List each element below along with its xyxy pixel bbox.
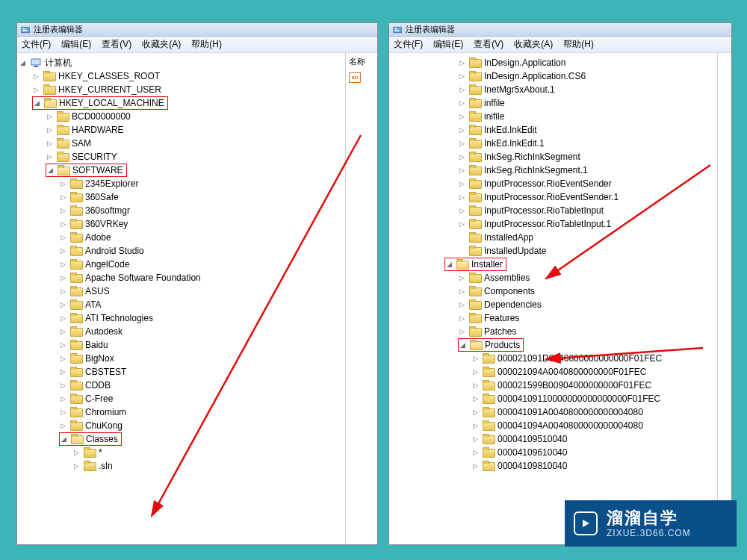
expand-toggle[interactable]: ▷ bbox=[458, 314, 466, 323]
tree-item[interactable]: ▷00004109610040 bbox=[391, 446, 717, 459]
expand-toggle[interactable]: ▷ bbox=[471, 368, 480, 376]
menu-favorites[interactable]: 收藏夹(A) bbox=[142, 38, 181, 51]
expand-toggle[interactable]: ▷ bbox=[458, 180, 466, 188]
expand-toggle[interactable]: ▷ bbox=[32, 72, 40, 81]
expand-toggle[interactable]: ▷ bbox=[471, 449, 480, 457]
tree-item[interactable]: ▷00004109110000000000000000F01FEC bbox=[391, 392, 717, 405]
menu-file[interactable]: 文件(F) bbox=[22, 38, 51, 51]
tree-item[interactable]: ▷360VRKey bbox=[19, 217, 345, 231]
tree-item[interactable]: ▷000041091A0040800000000004080 bbox=[391, 405, 717, 419]
tree-item[interactable]: ▷Apache Software Foundation bbox=[19, 271, 345, 284]
menu-view[interactable]: 查看(V) bbox=[474, 38, 503, 51]
expand-toggle[interactable]: ▷ bbox=[471, 408, 480, 417]
menubar[interactable]: 文件(F) 编辑(E) 查看(V) 收藏夹(A) 帮助(H) bbox=[389, 37, 731, 53]
tree-pane[interactable]: ◢计算机▷HKEY_CLASSES_ROOT▷HKEY_CURRENT_USER… bbox=[17, 53, 346, 544]
expand-toggle[interactable]: ▷ bbox=[458, 153, 466, 161]
expand-toggle[interactable]: ▷ bbox=[59, 382, 67, 390]
expand-toggle[interactable]: ▷ bbox=[59, 180, 67, 188]
tree-item[interactable]: ▷2345Explorer bbox=[19, 177, 345, 190]
tree-item[interactable]: ▷00004109510040 bbox=[391, 432, 717, 446]
tree-item[interactable]: ▷InputProcessor.RioEventSender.1 bbox=[391, 190, 717, 204]
collapse-toggle[interactable]: ◢ bbox=[46, 167, 55, 175]
expand-toggle[interactable]: ▷ bbox=[59, 395, 67, 403]
tree-item[interactable]: ▷000021599B00904000000000F01FEC bbox=[391, 379, 717, 392]
tree-item[interactable]: ▷ASUS bbox=[19, 284, 345, 298]
tree-item[interactable]: ▷00004109810040 bbox=[391, 459, 717, 473]
expand-toggle[interactable]: ▷ bbox=[59, 193, 67, 202]
values-pane[interactable] bbox=[718, 53, 731, 544]
expand-toggle[interactable]: ▷ bbox=[458, 59, 466, 67]
menu-edit[interactable]: 编辑(E) bbox=[61, 38, 91, 51]
tree-item[interactable]: ▷000041094A0040800000000004080 bbox=[391, 419, 717, 432]
expand-toggle[interactable]: ▷ bbox=[458, 113, 466, 121]
tree-item[interactable]: ▷HKEY_CURRENT_USER bbox=[19, 83, 345, 96]
tree-item[interactable]: ◢HKEY_LOCAL_MACHINE bbox=[19, 96, 345, 110]
tree-item[interactable]: InstalledApp bbox=[391, 231, 717, 244]
expand-toggle[interactable]: ▷ bbox=[458, 193, 466, 202]
expand-toggle[interactable]: ▷ bbox=[458, 72, 466, 81]
tree-item[interactable]: ▷ATI Technologies bbox=[19, 311, 345, 325]
tree-root[interactable]: ◢计算机 bbox=[19, 56, 345, 69]
collapse-toggle[interactable]: ◢ bbox=[445, 261, 453, 269]
menubar[interactable]: 文件(F) 编辑(E) 查看(V) 收藏夹(A) 帮助(H) bbox=[17, 37, 377, 53]
expand-toggle[interactable]: ▷ bbox=[46, 140, 54, 148]
tree-item[interactable]: ▷HARDWARE bbox=[19, 123, 345, 137]
string-value-icon[interactable]: ab bbox=[349, 72, 361, 83]
expand-toggle[interactable]: ▷ bbox=[59, 234, 67, 242]
tree-item[interactable]: ▷Adobe bbox=[19, 231, 345, 244]
expand-toggle[interactable]: ▷ bbox=[59, 355, 67, 363]
expand-toggle[interactable]: ▷ bbox=[59, 301, 67, 309]
expand-toggle[interactable]: ▷ bbox=[59, 287, 67, 296]
collapse-toggle[interactable]: ◢ bbox=[33, 99, 41, 108]
tree-item[interactable]: ▷BigNox bbox=[19, 352, 345, 365]
expand-toggle[interactable]: ▷ bbox=[471, 395, 480, 403]
tree-item[interactable]: ▷InDesign.Application bbox=[391, 56, 717, 69]
expand-toggle[interactable]: ▷ bbox=[458, 126, 466, 134]
tree-pane[interactable]: ▷InDesign.Application▷InDesign.Applicati… bbox=[389, 53, 718, 544]
tree-item[interactable]: ▷InkSeg.RichInkSegment bbox=[391, 150, 717, 164]
collapse-toggle[interactable]: ◢ bbox=[19, 59, 27, 67]
tree-item[interactable]: ▷AngelCode bbox=[19, 258, 345, 271]
tree-item[interactable]: ◢Classes bbox=[19, 432, 345, 446]
tree-item[interactable]: ▷CDDB bbox=[19, 379, 345, 392]
tree-item[interactable]: ▷inifile bbox=[391, 110, 717, 123]
values-pane[interactable]: 名称 ab bbox=[346, 53, 377, 544]
tree-item[interactable]: ▷C-Free bbox=[19, 392, 345, 405]
expand-toggle[interactable]: ▷ bbox=[471, 435, 480, 444]
expand-toggle[interactable]: ▷ bbox=[46, 126, 54, 134]
expand-toggle[interactable]: ▷ bbox=[458, 301, 466, 309]
tree-item[interactable]: ▷HKEY_CLASSES_ROOT bbox=[19, 69, 345, 83]
tree-item[interactable]: ▷SAM bbox=[19, 137, 345, 150]
expand-toggle[interactable]: ▷ bbox=[458, 99, 466, 108]
tree-item[interactable]: ▷InDesign.Application.CS6 bbox=[391, 69, 717, 83]
tree-item[interactable]: ▷Assemblies bbox=[391, 271, 717, 284]
tree-item[interactable]: ▷SECURITY bbox=[19, 150, 345, 164]
tree-item[interactable]: ▷Dependencies bbox=[391, 298, 717, 311]
expand-toggle[interactable]: ▷ bbox=[59, 422, 67, 430]
tree-item[interactable]: ▷* bbox=[19, 446, 345, 459]
expand-toggle[interactable]: ▷ bbox=[458, 207, 466, 215]
menu-help[interactable]: 帮助(H) bbox=[563, 38, 594, 51]
expand-toggle[interactable]: ▷ bbox=[59, 341, 67, 349]
tree-item[interactable]: ▷Android Studio bbox=[19, 244, 345, 258]
expand-toggle[interactable]: ▷ bbox=[471, 462, 480, 470]
expand-toggle[interactable]: ▷ bbox=[458, 140, 466, 148]
expand-toggle[interactable]: ▷ bbox=[458, 220, 466, 228]
tree-item[interactable]: ▷ChuKong bbox=[19, 419, 345, 432]
expand-toggle[interactable]: ▷ bbox=[32, 86, 40, 94]
tree-item[interactable]: ▷Autodesk bbox=[19, 325, 345, 338]
tree-item[interactable]: ▷InkEd.InkEdit bbox=[391, 123, 717, 137]
menu-help[interactable]: 帮助(H) bbox=[191, 38, 222, 51]
tree-item[interactable]: ▷InetMgr5xAbout.1 bbox=[391, 83, 717, 96]
expand-toggle[interactable]: ▷ bbox=[59, 408, 67, 417]
tree-item[interactable]: ▷InputProcessor.RioTabletInput.1 bbox=[391, 217, 717, 231]
expand-toggle[interactable]: ▷ bbox=[471, 355, 480, 363]
tree-item[interactable]: ▷360softmgr bbox=[19, 204, 345, 217]
tree-item[interactable]: ▷Chromium bbox=[19, 405, 345, 419]
menu-file[interactable]: 文件(F) bbox=[394, 38, 423, 51]
expand-toggle[interactable]: ▷ bbox=[458, 274, 466, 282]
menu-favorites[interactable]: 收藏夹(A) bbox=[514, 38, 553, 51]
expand-toggle[interactable]: ▷ bbox=[59, 247, 67, 255]
expand-toggle[interactable]: ▷ bbox=[72, 449, 81, 457]
tree-item[interactable]: ▷Patches bbox=[391, 325, 717, 338]
